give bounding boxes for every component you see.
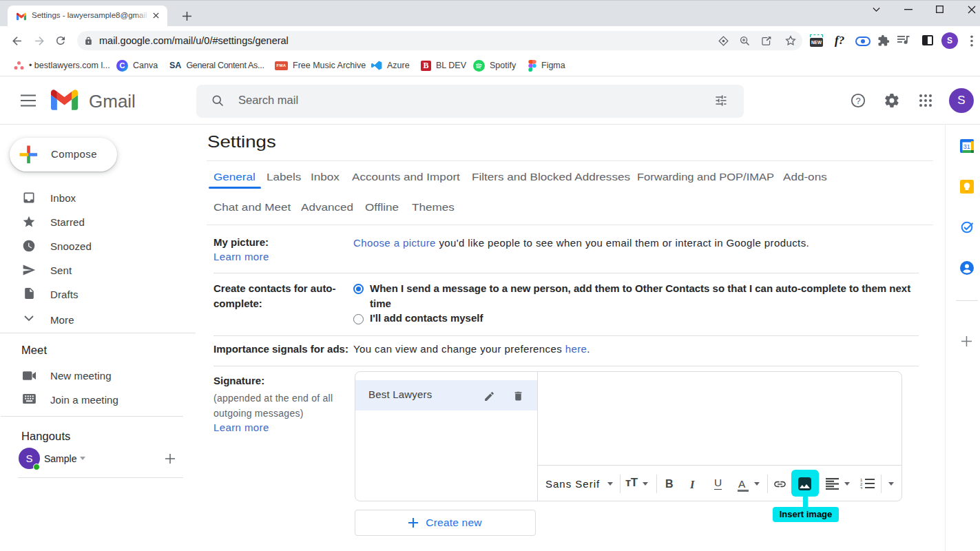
svg-text:?: ? — [855, 96, 860, 106]
svg-text:31: 31 — [963, 143, 970, 150]
svg-text:3: 3 — [860, 486, 863, 490]
